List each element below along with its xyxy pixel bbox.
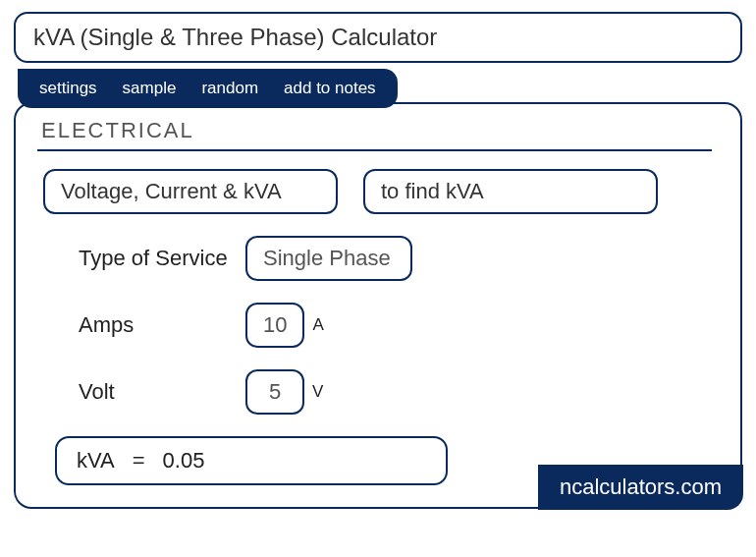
section-heading: ELECTRICAL bbox=[37, 118, 712, 151]
toolbar-settings[interactable]: settings bbox=[39, 79, 97, 98]
brand-badge: ncalculators.com bbox=[538, 465, 743, 510]
result-value: 0.05 bbox=[163, 448, 205, 473]
toolbar-add-to-notes[interactable]: add to notes bbox=[284, 79, 376, 98]
volt-unit: V bbox=[312, 382, 323, 402]
volt-row: Volt 5 V bbox=[37, 369, 719, 415]
service-label: Type of Service bbox=[79, 245, 245, 272]
volt-input[interactable]: 5 bbox=[245, 369, 304, 415]
result-box: kVA = 0.05 bbox=[55, 436, 448, 485]
amps-input[interactable]: 10 bbox=[245, 303, 304, 348]
volt-label: Volt bbox=[79, 378, 245, 406]
toolbar: settings sample random add to notes bbox=[18, 69, 398, 108]
service-select[interactable]: Single Phase bbox=[245, 236, 412, 281]
result-name: kVA bbox=[77, 448, 115, 473]
target-select[interactable]: to find kVA bbox=[363, 169, 658, 214]
result-equals: = bbox=[133, 448, 145, 473]
service-row: Type of Service Single Phase bbox=[37, 236, 719, 281]
toolbar-random[interactable]: random bbox=[201, 79, 258, 98]
mode-select[interactable]: Voltage, Current & kVA bbox=[43, 169, 338, 214]
page-title: kVA (Single & Three Phase) Calculator bbox=[14, 12, 742, 63]
amps-unit: A bbox=[312, 315, 323, 335]
toolbar-sample[interactable]: sample bbox=[123, 79, 177, 98]
amps-row: Amps 10 A bbox=[37, 303, 719, 348]
mode-selectors: Voltage, Current & kVA to find kVA bbox=[37, 169, 719, 214]
amps-label: Amps bbox=[79, 311, 245, 339]
calculator-panel: ELECTRICAL Voltage, Current & kVA to fin… bbox=[14, 102, 742, 509]
